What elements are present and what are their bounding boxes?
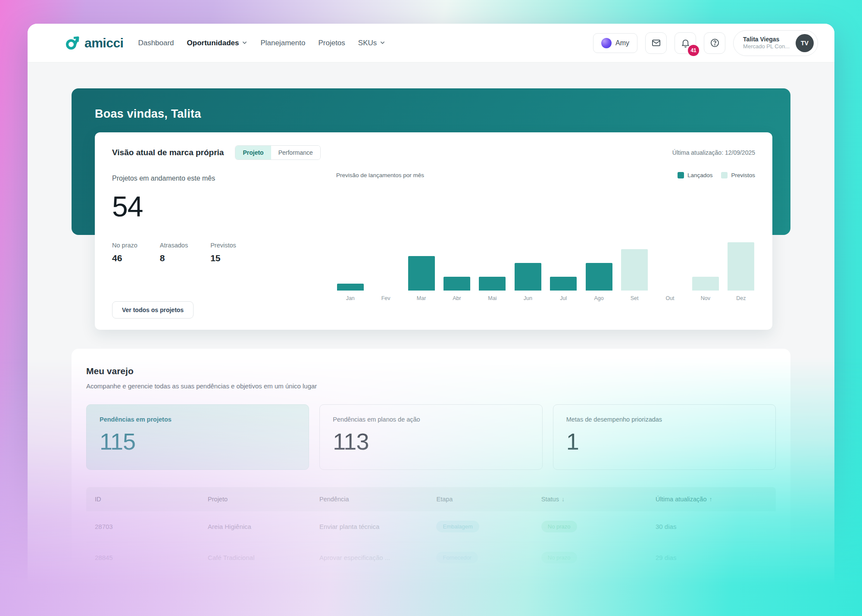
cell-status: No prazo bbox=[541, 521, 656, 532]
summary-card-value: 113 bbox=[333, 428, 529, 455]
column-header-ultima-atualizacao[interactable]: Última atualização↑ bbox=[656, 496, 767, 503]
bar-abr[interactable] bbox=[443, 277, 470, 291]
notifications-button[interactable]: 41 bbox=[675, 32, 696, 54]
sort-arrow-icon[interactable]: ↑ bbox=[709, 496, 712, 503]
column-header-label: Projeto bbox=[208, 496, 228, 503]
main-content: Boas vindas, Talita Visão atual de marca… bbox=[28, 63, 834, 616]
in-progress-value: 54 bbox=[112, 190, 336, 223]
summary-card-label: Pendências em planos de ação bbox=[333, 416, 529, 423]
cell-status: No prazo bbox=[541, 583, 656, 594]
nav-item-label: Oportunidades bbox=[187, 39, 239, 47]
summary-cards-row: Pendências em projetos115Pendências em p… bbox=[86, 404, 776, 470]
cell-pendencia: Enviar planta técnica bbox=[319, 523, 436, 530]
nav-item-planejamento[interactable]: Planejamento bbox=[260, 39, 305, 47]
overview-card-header: Visão atual de marca própria ProjetoPerf… bbox=[112, 145, 755, 160]
summary-card-label: Metas de desempenho priorizadas bbox=[566, 416, 762, 423]
bar-column-jul: Jul bbox=[550, 212, 578, 301]
stat-atrasados: Atrasados8 bbox=[160, 242, 188, 263]
table-row[interactable]: 28703Areia HigiênicaEnviar planta técnic… bbox=[86, 511, 776, 542]
meu-varejo-subtitle: Acompanhe e gerencie todas as suas pendê… bbox=[86, 382, 776, 390]
summary-card-pendencias-em-projetos[interactable]: Pendências em projetos115 bbox=[86, 404, 309, 470]
bar-column-mai: Mai bbox=[478, 212, 506, 301]
user-name: Talita Viegas bbox=[743, 35, 790, 43]
bar-mai[interactable] bbox=[479, 277, 506, 291]
bar-column-dez: Dez bbox=[727, 212, 755, 301]
help-button[interactable] bbox=[704, 32, 725, 54]
user-org: Mercado PL Con... bbox=[743, 43, 790, 50]
nav-item-projetos[interactable]: Projetos bbox=[318, 39, 345, 47]
bar-ago[interactable] bbox=[586, 263, 612, 291]
bar-column-fev: Fev bbox=[372, 212, 400, 301]
nav-item-oportunidades[interactable]: Oportunidades bbox=[187, 39, 248, 47]
tab-performance[interactable]: Performance bbox=[271, 146, 320, 159]
notification-count-badge: 41 bbox=[688, 45, 699, 56]
nav-item-label: Planejamento bbox=[260, 39, 305, 47]
month-label: Set bbox=[631, 295, 639, 301]
month-label: Jan bbox=[346, 295, 355, 301]
projects-summary: Projetos em andamento este mês 54 No pra… bbox=[112, 171, 336, 301]
legend-previstos: Previstos bbox=[721, 172, 755, 178]
bar-nov[interactable] bbox=[692, 277, 719, 291]
nav-item-skus[interactable]: SKUs bbox=[358, 39, 385, 47]
bar-column-abr: Abr bbox=[443, 212, 471, 301]
launch-forecast-chart: Previsão de lançamentos por mês Lançados… bbox=[336, 171, 755, 301]
column-header-label: Etapa bbox=[436, 496, 453, 503]
cell-projeto: Café Tradicional bbox=[208, 554, 319, 561]
month-label: Abr bbox=[453, 295, 461, 301]
amicci-logo-icon bbox=[65, 35, 80, 51]
stat-no-prazo: No prazo46 bbox=[112, 242, 137, 263]
bar-column-nov: Nov bbox=[691, 212, 719, 301]
bar-mar[interactable] bbox=[408, 256, 435, 291]
envelope-icon bbox=[651, 38, 661, 48]
bar-jan[interactable] bbox=[337, 284, 364, 291]
nav-item-dashboard[interactable]: Dashboard bbox=[138, 39, 174, 47]
cell-atualizacao: 30 dias bbox=[656, 523, 767, 530]
bar-column-out: Out bbox=[656, 212, 684, 301]
amicci-logo[interactable]: amicci bbox=[65, 35, 123, 51]
legend-swatch-icon bbox=[721, 172, 728, 178]
legend-lancados: Lançados bbox=[678, 172, 713, 178]
bar-column-jan: Jan bbox=[336, 212, 364, 301]
table-header: IDProjetoPendênciaEtapaStatus↓Última atu… bbox=[86, 487, 776, 511]
badge-no-prazo: No prazo bbox=[541, 614, 577, 616]
bar-set[interactable] bbox=[621, 249, 648, 291]
tab-projeto[interactable]: Projeto bbox=[235, 146, 271, 159]
cell-projeto: Areia Higiênica bbox=[208, 523, 319, 530]
amy-assistant-button[interactable]: Amy bbox=[593, 33, 637, 53]
bar-dez[interactable] bbox=[728, 242, 754, 291]
column-header-projeto: Projeto bbox=[208, 496, 319, 503]
sort-arrow-icon[interactable]: ↓ bbox=[562, 496, 565, 503]
welcome-greeting: Boas vindas, Talita bbox=[95, 107, 767, 121]
month-label: Dez bbox=[736, 295, 746, 301]
cell-pendencia: Aprovar especificação ... bbox=[319, 554, 436, 561]
bar-jun[interactable] bbox=[515, 263, 541, 291]
cell-pendencia: Preencha os dados fina... bbox=[319, 585, 436, 592]
stat-label: Previstos bbox=[210, 242, 236, 249]
chart-bars: JanFevMarAbrMaiJunJulAgoSetOutNovDez bbox=[336, 212, 755, 301]
amy-label: Amy bbox=[615, 39, 629, 47]
messages-button[interactable] bbox=[645, 32, 667, 54]
overview-card-title: Visão atual de marca própria bbox=[112, 148, 224, 157]
table-row[interactable]: 28692Café ExtrafortePreencha os dados fi… bbox=[86, 573, 776, 604]
meu-varejo-section: Meu varejo Acompanhe e gerencie todas as… bbox=[72, 349, 790, 616]
column-header-label: Última atualização bbox=[656, 496, 706, 503]
table-row[interactable]: 28702Café ExtraforteEnviar planta técnic… bbox=[86, 604, 776, 616]
summary-card-metas-de-desempenho-priorizadas[interactable]: Metas de desempenho priorizadas1 bbox=[553, 404, 776, 470]
column-header-label: Status bbox=[541, 496, 559, 503]
user-profile-chip[interactable]: Talita Viegas Mercado PL Con... TV bbox=[733, 30, 818, 56]
view-toggle: ProjetoPerformance bbox=[235, 145, 320, 160]
legend-label: Previstos bbox=[731, 172, 755, 178]
stat-value: 8 bbox=[160, 253, 188, 263]
table-row[interactable]: 28845Café TradicionalAprovar especificaç… bbox=[86, 542, 776, 573]
bar-column-jun: Jun bbox=[514, 212, 542, 301]
column-header-status[interactable]: Status↓ bbox=[541, 496, 656, 503]
app-window: amicci DashboardOportunidadesPlanejament… bbox=[28, 24, 834, 616]
stat-label: No prazo bbox=[112, 242, 137, 249]
summary-card-pendencias-em-planos-de-acao[interactable]: Pendências em planos de ação113 bbox=[319, 404, 542, 470]
bar-jul[interactable] bbox=[550, 277, 577, 291]
last-update-label: Última atualização: 12/09/2025 bbox=[672, 149, 755, 156]
see-all-projects-button[interactable]: Ver todos os projetos bbox=[112, 301, 194, 319]
month-label: Mar bbox=[417, 295, 426, 301]
nav-item-label: SKUs bbox=[358, 39, 377, 47]
badge-no-prazo: No prazo bbox=[541, 521, 577, 532]
